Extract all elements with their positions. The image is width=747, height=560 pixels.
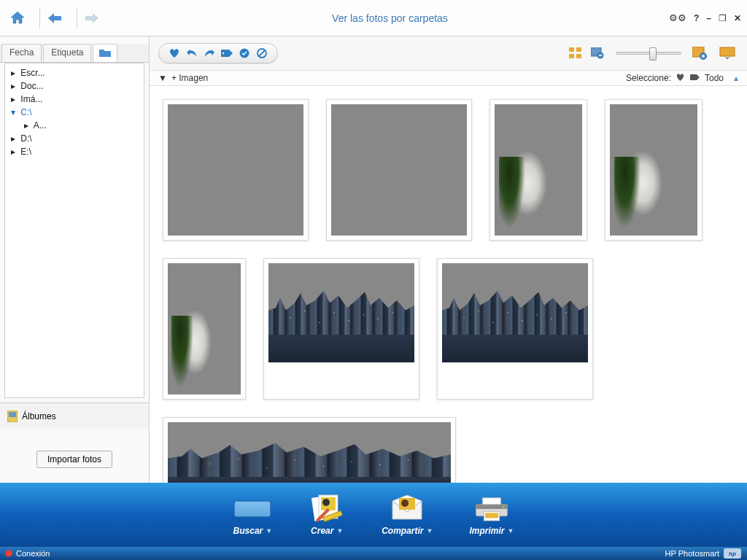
svg-point-21	[322, 499, 330, 506]
tree-item[interactable]: ▸ A...	[5, 119, 144, 132]
dock-create-label: Crear	[311, 526, 333, 536]
thumbnail[interactable]	[489, 99, 587, 241]
thumbnail-image	[168, 104, 303, 236]
undo-button[interactable]	[184, 46, 200, 61]
tree-item[interactable]: ▸ D:\	[5, 132, 144, 145]
thumbnail-image	[442, 263, 588, 362]
print-icon	[473, 494, 510, 524]
zoom-out-icon	[591, 47, 604, 59]
thumbnail[interactable]	[437, 258, 593, 400]
titlebar: Ver las fotos por carpetas ⚙⚙ ? – ❐ ✕	[0, 0, 747, 36]
close-button[interactable]: ✕	[734, 13, 741, 23]
thumbnail[interactable]	[163, 99, 309, 241]
dock-search-label: Buscar	[233, 526, 263, 536]
scroll-up-icon[interactable]: ▴	[734, 73, 738, 83]
slideshow-button[interactable]	[719, 46, 735, 61]
svg-rect-27	[482, 498, 500, 505]
help-icon[interactable]: ?	[694, 13, 699, 23]
forbid-icon	[257, 48, 267, 58]
thumbnail[interactable]	[326, 99, 472, 241]
albums-section[interactable]: Álbumes	[0, 402, 149, 429]
thumbnail-scroll[interactable]	[150, 86, 747, 483]
heart-icon	[169, 48, 180, 58]
search-input[interactable]	[234, 501, 271, 517]
tag-button[interactable]	[219, 46, 235, 61]
svg-rect-6	[569, 47, 574, 52]
create-icon	[309, 494, 345, 524]
main-area: Fecha Etiqueta ▸ Escr...▸ Doc...▸ Imá...…	[0, 36, 747, 483]
select-tagged[interactable]	[689, 73, 700, 83]
tree-item[interactable]: ▾ C:\	[5, 106, 144, 119]
connection-status-icon	[6, 551, 12, 556]
approve-button[interactable]	[236, 46, 252, 61]
thumbnail[interactable]	[163, 258, 246, 400]
page-title: Ver las fotos por carpetas	[111, 12, 669, 24]
dock-create[interactable]: Crear▼	[309, 494, 345, 536]
home-icon	[9, 9, 26, 27]
redo-button[interactable]	[201, 46, 217, 61]
tab-tag[interactable]: Etiqueta	[43, 44, 91, 62]
tree-item[interactable]: ▸ E:\	[5, 145, 144, 158]
zoom-thumb[interactable]	[649, 47, 657, 61]
check-circle-icon	[239, 48, 249, 58]
forward-button[interactable]	[80, 7, 104, 30]
slideshow-icon	[719, 47, 735, 60]
thumbnail-image	[168, 422, 451, 483]
content-area: ▼ + Imagen Seleccione: Todo ▴	[150, 36, 747, 483]
tab-folder[interactable]	[93, 44, 117, 62]
dock-share-label: Compartir	[382, 526, 423, 536]
svg-rect-7	[576, 47, 581, 52]
arrow-left-icon	[47, 12, 63, 25]
select-all[interactable]: Todo	[705, 73, 724, 83]
undo-icon	[186, 48, 198, 58]
connection-label: Conexión	[16, 549, 50, 558]
tag-icon	[689, 74, 700, 81]
folder-tree[interactable]: ▸ Escr...▸ Doc...▸ Imá...▾ C:\▸ A...▸ D:…	[4, 63, 144, 398]
home-button[interactable]	[6, 7, 29, 30]
svg-point-24	[401, 499, 409, 507]
thumbnail-image	[268, 263, 414, 362]
window-controls: ⚙⚙ ? – ❐ ✕	[669, 12, 741, 23]
view-grid-button[interactable]	[568, 46, 584, 61]
tag-icon	[220, 49, 233, 58]
tab-date[interactable]: Fecha	[1, 44, 42, 62]
arrow-right-icon	[84, 12, 100, 25]
svg-line-5	[259, 50, 265, 56]
tree-item[interactable]: ▸ Doc...	[5, 79, 144, 93]
thumbnail-image	[168, 263, 241, 394]
thumbnail[interactable]	[605, 99, 703, 241]
thumbnail-image	[610, 104, 697, 236]
select-favorites[interactable]	[676, 73, 685, 84]
thumbnail[interactable]	[263, 258, 419, 400]
import-button[interactable]: Importar fotos	[36, 451, 112, 468]
thumbnail[interactable]	[163, 417, 456, 483]
dock-print[interactable]: Imprimir▼	[469, 494, 514, 536]
status-bar: Conexión HP Photosmart hp	[0, 547, 747, 560]
brand-label: HP Photosmart	[665, 549, 719, 558]
heart-icon	[676, 73, 685, 82]
thumbnail-image	[495, 104, 582, 236]
tree-item[interactable]: ▸ Escr...	[5, 66, 144, 79]
reject-button[interactable]	[254, 46, 270, 61]
collapse-toggle[interactable]: ▼	[158, 73, 167, 83]
dock-search[interactable]: Buscar▼	[233, 494, 273, 536]
zoom-in-icon	[692, 47, 707, 60]
zoom-in-button[interactable]	[692, 46, 708, 61]
favorite-button[interactable]	[166, 46, 182, 61]
folder-icon	[99, 49, 111, 58]
zoom-slider[interactable]	[616, 52, 681, 55]
chevron-down-icon: ▼	[507, 527, 514, 534]
svg-rect-1	[9, 412, 16, 417]
separator	[77, 8, 77, 28]
maximize-button[interactable]: ❐	[719, 13, 727, 23]
minimize-button[interactable]: –	[706, 13, 711, 23]
settings-icon[interactable]: ⚙⚙	[669, 12, 686, 23]
redo-icon	[204, 48, 215, 58]
svg-point-30	[503, 506, 505, 508]
back-button[interactable]	[43, 7, 66, 30]
chevron-down-icon: ▼	[266, 527, 272, 534]
select-label: Seleccione:	[626, 73, 671, 83]
dock-share[interactable]: Compartir▼	[382, 494, 433, 536]
zoom-out-button[interactable]	[589, 46, 605, 61]
tree-item[interactable]: ▸ Imá...	[5, 93, 144, 106]
